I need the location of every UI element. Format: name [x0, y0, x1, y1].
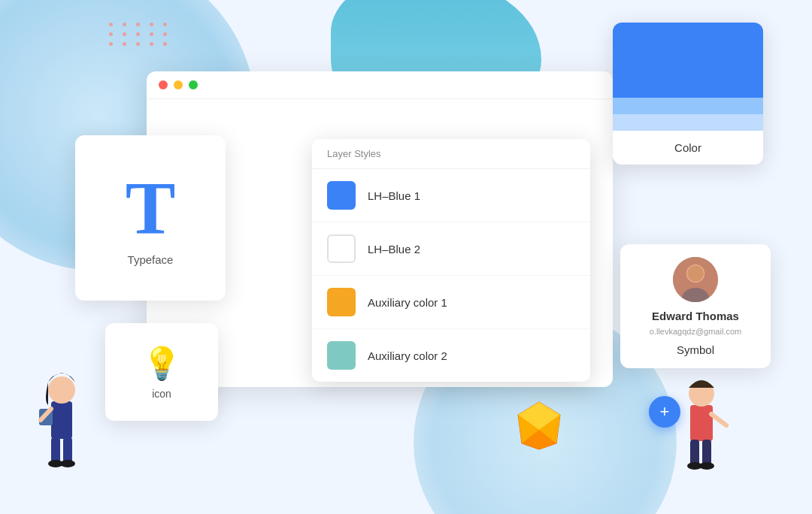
svg-rect-13 — [63, 437, 72, 464]
color-swatch-light — [613, 98, 763, 114]
svg-rect-20 — [690, 440, 699, 466]
person-right-illustration — [669, 354, 737, 478]
typeface-letter: T — [126, 171, 176, 246]
svg-rect-18 — [690, 405, 713, 441]
lh-blue-1-label: LH–Blue 1 — [368, 189, 420, 202]
lh-blue-2-swatch — [327, 234, 356, 263]
svg-point-23 — [699, 462, 714, 470]
list-item[interactable]: Auxiliary color 1 — [312, 276, 590, 329]
avatar — [673, 257, 718, 302]
person-left-illustration — [30, 349, 98, 476]
plus-icon: + — [660, 402, 670, 422]
lh-blue-2-label: LH–Blue 2 — [368, 243, 420, 255]
symbol-card: Edward Thomas o.llevkagqdz@gmail.com Sym… — [620, 244, 771, 368]
window-titlebar — [147, 71, 613, 99]
icon-card-label: icon — [152, 388, 171, 400]
symbol-person-name: Edward Thomas — [652, 310, 739, 322]
color-swatch-main — [613, 23, 763, 98]
svg-rect-10 — [51, 401, 72, 439]
lh-blue-1-swatch — [327, 181, 356, 210]
window-minimize-dot — [174, 80, 183, 89]
list-item[interactable]: LH–Blue 2 — [312, 222, 590, 276]
aux-color-1-swatch — [327, 288, 356, 316]
list-item[interactable]: LH–Blue 1 — [312, 169, 590, 222]
bulb-icon: 💡 — [142, 345, 181, 382]
svg-rect-12 — [51, 437, 60, 464]
typeface-card: T Typeface — [75, 135, 226, 301]
icon-card: 💡 icon — [105, 323, 218, 421]
aux-color-2-label: Auxiliary color 2 — [368, 349, 447, 362]
color-swatches — [613, 23, 763, 131]
svg-line-24 — [711, 414, 726, 425]
panel-header: Layer Styles — [312, 139, 590, 169]
window-maximize-dot — [189, 80, 198, 89]
list-item[interactable]: Auxiliary color 2 — [312, 329, 590, 382]
color-card: Color — [613, 23, 763, 165]
window-close-dot — [159, 80, 168, 89]
color-card-label: Color — [613, 131, 763, 165]
color-swatch-lighter — [613, 114, 763, 131]
aux-color-2-swatch — [327, 341, 356, 370]
layer-styles-panel: Layer Styles LH–Blue 1 LH–Blue 2 Auxilia… — [312, 139, 590, 382]
sketch-logo — [511, 398, 568, 454]
svg-rect-21 — [702, 440, 711, 466]
aux-color-1-label: Auxiliary color 1 — [368, 296, 447, 309]
svg-point-3 — [687, 265, 704, 282]
svg-point-11 — [48, 376, 75, 404]
typeface-label: Typeface — [128, 253, 174, 266]
dot-grid-decoration — [109, 23, 171, 46]
svg-point-15 — [60, 460, 75, 467]
symbol-person-email: o.llevkagqdz@gmail.com — [650, 327, 741, 336]
